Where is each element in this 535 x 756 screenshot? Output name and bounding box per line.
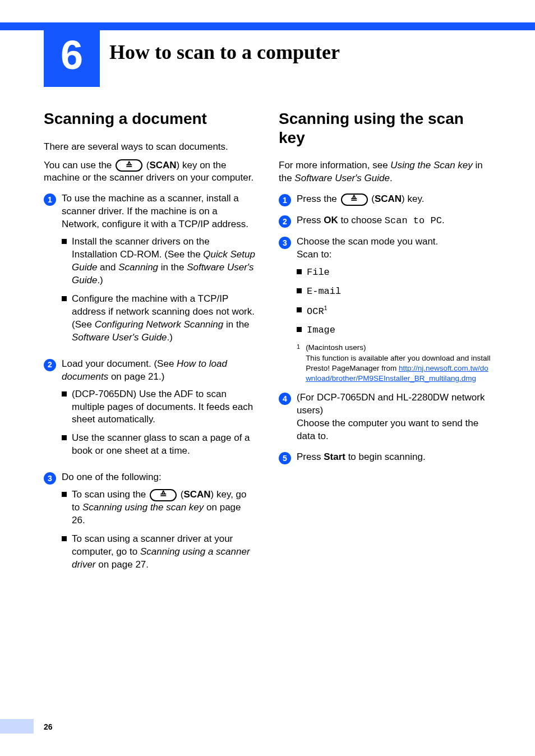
chapter-title: How to scan to a computer (109, 40, 340, 64)
ok-label: OK (324, 215, 338, 225)
footer-tab (0, 719, 34, 734)
list-item: Image (297, 324, 491, 337)
scan-label: SCAN (149, 160, 176, 170)
text: To scan using the (72, 489, 149, 500)
text: to begin scanning. (345, 451, 426, 462)
footnote-body: (Macintosh users) This function is avail… (306, 343, 491, 384)
text: ( (178, 489, 183, 500)
r-step-4: 4 (For DCP-7065DN and HL-2280DW network … (279, 391, 491, 443)
text: (For DCP-7065DN and HL-2280DW network us… (297, 391, 491, 417)
r-step-5: 5 Press Start to begin scanning. (279, 451, 491, 464)
ref: Scanning using the scan key (82, 502, 204, 513)
chapter-number-box: 6 (44, 22, 100, 87)
step-badge-4: 4 (279, 393, 291, 405)
text: ) key. (402, 193, 424, 204)
list-item: File (297, 266, 491, 279)
step-badge-2: 2 (279, 215, 291, 228)
r-step-2-body: Press OK to choose Scan to PC. (297, 214, 491, 228)
scan-key-icon (341, 193, 368, 206)
scan-label: SCAN (375, 193, 402, 204)
text: ( (369, 193, 375, 204)
list-item: Install the scanner drivers on the Insta… (62, 236, 256, 287)
scan-label: SCAN (183, 489, 210, 500)
ref: Software User's Guide (294, 173, 390, 183)
list-item: To scan using the (SCAN) key, go to Scan… (62, 488, 256, 527)
step-3: 3 Do one of the following: To scan using… (44, 471, 256, 577)
option-file: File (307, 267, 330, 278)
list-item: OCR1 (297, 304, 491, 319)
text: Choose the computer you want to send the… (297, 417, 491, 443)
text: . (442, 215, 445, 225)
step-2-list: (DCP-7065DN) Use the ADF to scan multipl… (62, 388, 256, 458)
intro-paragraph-2: You can use the (SCAN) key on the machin… (44, 159, 256, 185)
chapter-number: 6 (61, 32, 83, 78)
text: .) (97, 275, 103, 285)
scan-key-icon (150, 489, 177, 501)
start-label: Start (324, 451, 345, 462)
step-badge-3: 3 (279, 237, 291, 249)
footnote-1: 1 (Macintosh users) This function is ava… (297, 343, 491, 384)
text: on page 27. (96, 559, 149, 570)
text: . (390, 173, 393, 183)
step-2: 2 Load your document. (See How to load d… (44, 358, 256, 464)
text: Install the scanner drivers on the Insta… (72, 236, 210, 260)
list-item: Use the scanner glass to scan a page of … (62, 432, 256, 458)
step-badge-5: 5 (279, 452, 291, 464)
step-3-body: Do one of the following: To scan using t… (62, 471, 256, 577)
text: Press (297, 451, 324, 462)
r-step-3: 3 Choose the scan mode you want. Scan to… (279, 236, 491, 384)
r-step-4-body: (For DCP-7065DN and HL-2280DW network us… (297, 391, 491, 443)
intro-right: For more information, see Using the Scan… (279, 159, 491, 185)
section-heading-scanning-document: Scanning a document (44, 109, 256, 128)
r-step-2: 2 Press OK to choose Scan to PC. (279, 214, 491, 228)
footnote-number: 1 (297, 343, 300, 384)
step-badge-2: 2 (44, 359, 56, 371)
text: (Macintosh users) (306, 343, 491, 353)
option-image: Image (307, 325, 335, 335)
text: in the (158, 262, 187, 273)
step-1-body: To use the machine as a scanner, install… (62, 192, 256, 349)
list-item: Configure the machine with a TCP/IP addr… (62, 293, 256, 344)
text: and (97, 262, 118, 273)
text: to choose (338, 215, 385, 225)
intro-paragraph-1: There are several ways to scan documents… (44, 141, 256, 154)
text: You can use the (44, 160, 114, 170)
menu-option: Scan to PC (385, 215, 442, 226)
content-area: Scanning a document There are several wa… (44, 109, 491, 577)
text: For more information, see (279, 160, 390, 170)
scan-mode-list: File E-mail OCR1 Image (297, 266, 491, 337)
left-column: Scanning a document There are several wa… (44, 109, 256, 577)
r-step-1-body: Press the (SCAN) key. (297, 193, 491, 206)
r-step-5-body: Press Start to begin scanning. (297, 451, 491, 464)
list-item: E-mail (297, 285, 491, 298)
footnote-mark: 1 (324, 305, 328, 311)
text: on page 21.) (108, 371, 164, 382)
ref: Using the Scan key (390, 160, 472, 170)
r-step-3-body: Choose the scan mode you want. Scan to: … (297, 236, 491, 384)
ref: Software User's Guide (72, 332, 167, 343)
step-badge-1: 1 (279, 194, 291, 206)
text: .) (167, 332, 173, 343)
step-3-list: To scan using the (SCAN) key, go to Scan… (62, 488, 256, 571)
step-badge-3: 3 (44, 472, 56, 485)
right-column: Scanning using the scan key For more inf… (279, 109, 491, 577)
option-email: E-mail (307, 286, 341, 297)
list-item: To scan using a scanner driver at your c… (62, 533, 256, 571)
option-ocr: OCR (307, 306, 324, 316)
section-heading-scan-key: Scanning using the scan key (279, 109, 491, 147)
step-badge-1: 1 (44, 193, 56, 206)
step-1: 1 To use the machine as a scanner, insta… (44, 192, 256, 349)
text: To use the machine as a scanner, install… (62, 193, 248, 229)
text: Press (297, 215, 324, 225)
list-item: (DCP-7065DN) Use the ADF to scan multipl… (62, 388, 256, 427)
text: Press the (297, 193, 340, 204)
text: Scan to: (297, 248, 491, 261)
text: Do one of the following: (62, 472, 162, 482)
ref: Scanning (118, 262, 158, 273)
text: ( (144, 160, 149, 170)
ref: Configuring Network Scanning (95, 319, 224, 330)
r-step-1: 1 Press the (SCAN) key. (279, 193, 491, 206)
step-2-body: Load your document. (See How to load doc… (62, 358, 256, 464)
text: Load your document. (See (62, 358, 177, 369)
step-1-list: Install the scanner drivers on the Insta… (62, 236, 256, 344)
